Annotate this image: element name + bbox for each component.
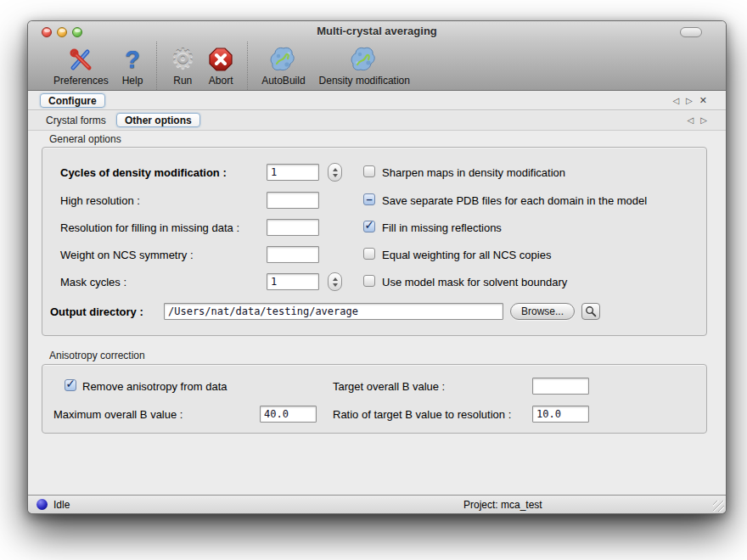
- ncs-weight-input[interactable]: [267, 246, 319, 263]
- configure-panel: General options Cycles of density modifi…: [28, 131, 726, 496]
- project-text: Project: mca_test: [463, 499, 542, 511]
- stepper-up-icon[interactable]: [333, 168, 338, 171]
- max-b-label: Maximum overall B value :: [53, 408, 183, 421]
- resize-grip[interactable]: [713, 501, 724, 512]
- stop-x-icon: [208, 44, 233, 74]
- help-button[interactable]: ? Help: [115, 42, 150, 90]
- high-resolution-input[interactable]: [267, 192, 319, 209]
- cycles-density-mod-input[interactable]: [267, 164, 319, 181]
- run-label: Run: [173, 75, 192, 87]
- save-pdb-checkbox[interactable]: [363, 193, 375, 205]
- blue-sphere-icon: [37, 499, 48, 510]
- preferences-label: Preferences: [53, 75, 109, 87]
- fill-missing-checkbox[interactable]: [363, 221, 375, 232]
- help-label: Help: [122, 75, 143, 87]
- autobuild-label: AutoBuild: [261, 75, 305, 87]
- stepper-down-icon[interactable]: [333, 283, 338, 287]
- resolution-filling-input[interactable]: [267, 219, 319, 236]
- mask-cycles-input[interactable]: [267, 273, 319, 290]
- field-label: Resolution for filling in missing data :: [60, 221, 239, 234]
- stepper-down-icon[interactable]: [333, 174, 338, 177]
- field-label: Cycles of density modification :: [60, 166, 227, 179]
- abort-label: Abort: [209, 75, 233, 87]
- equal-weighting-checkbox[interactable]: [363, 248, 375, 260]
- tab-scroll-right-icon[interactable]: ▷: [686, 96, 693, 105]
- tab-other-options[interactable]: Other options: [116, 113, 200, 127]
- checkbox-label: Fill in missing reflections: [382, 221, 502, 234]
- field-label: Mask cycles :: [60, 276, 126, 288]
- checkbox-label: Equal weighting for all NCS copies: [382, 249, 551, 261]
- target-b-input[interactable]: [532, 378, 589, 395]
- density-modification-button[interactable]: Density modification: [312, 42, 417, 90]
- subtab-scroll-right-icon[interactable]: ▷: [700, 115, 707, 125]
- status-text: Idle: [53, 499, 70, 511]
- autobuild-button[interactable]: AutoBuild: [255, 42, 312, 90]
- ratio-b-label: Ratio of target B value to resolution :: [333, 408, 511, 421]
- protein-model-icon: [269, 44, 298, 74]
- search-directory-button[interactable]: [581, 303, 600, 320]
- subtab-scroll-left-icon[interactable]: ◁: [688, 115, 694, 125]
- browse-button[interactable]: Browse...: [510, 303, 575, 320]
- preferences-button[interactable]: Preferences: [47, 42, 115, 90]
- ratio-b-input[interactable]: [532, 406, 589, 423]
- max-b-input[interactable]: [260, 406, 317, 423]
- remove-anisotropy-checkbox[interactable]: [65, 379, 76, 391]
- tools-icon: [67, 44, 94, 74]
- field-label: Weight on NCS symmetry :: [60, 249, 194, 261]
- checkbox-label: Save separate PDB files for each domain …: [382, 194, 647, 207]
- status-bar: Idle Project: mca_test: [28, 495, 726, 513]
- toolbar: Preferences ? Help ⚙ Run: [28, 42, 726, 91]
- gear-icon: ⚙: [171, 44, 194, 74]
- window-title: Multi-crystal averaging: [28, 25, 726, 37]
- model-mask-checkbox[interactable]: [363, 275, 375, 287]
- title-bar[interactable]: Multi-crystal averaging: [28, 21, 726, 42]
- cycles-density-mod-stepper[interactable]: [328, 163, 342, 182]
- field-label: High resolution :: [60, 194, 140, 207]
- mask-cycles-stepper[interactable]: [328, 272, 342, 291]
- checkbox-label: Remove anisotropy from data: [82, 380, 227, 393]
- anisotropy-group: [42, 364, 707, 434]
- target-b-label: Target overall B value :: [333, 380, 445, 393]
- toolbar-toggle-button[interactable]: [680, 27, 702, 37]
- anisotropy-title: Anisotropy correction: [49, 350, 145, 361]
- run-button[interactable]: ⚙ Run: [164, 42, 201, 90]
- main-tab-bar: Configure ◁ ▷ ✕: [28, 92, 726, 110]
- tab-crystal-forms[interactable]: Crystal forms: [46, 115, 106, 126]
- app-window: Multi-crystal averaging Preferences: [27, 20, 727, 514]
- sharpen-maps-checkbox[interactable]: [363, 165, 375, 177]
- checkbox-label: Sharpen maps in density modification: [382, 166, 565, 179]
- sub-tab-bar: Crystal forms Other options ◁ ▷: [28, 111, 726, 131]
- abort-button[interactable]: Abort: [201, 42, 240, 90]
- question-mark-icon: ?: [125, 44, 140, 74]
- output-directory-label: Output directory :: [50, 305, 143, 318]
- tab-configure[interactable]: Configure: [40, 93, 105, 108]
- density-modification-label: Density modification: [319, 75, 410, 87]
- close-tab-icon[interactable]: ✕: [699, 95, 707, 106]
- stepper-up-icon[interactable]: [333, 277, 338, 281]
- magnifier-icon: [585, 305, 597, 317]
- protein-model-icon: [350, 44, 379, 74]
- output-directory-input[interactable]: [164, 303, 503, 320]
- tab-scroll-left-icon[interactable]: ◁: [672, 96, 679, 105]
- checkbox-label: Use model mask for solvent boundary: [382, 276, 567, 288]
- general-options-title: General options: [49, 133, 121, 145]
